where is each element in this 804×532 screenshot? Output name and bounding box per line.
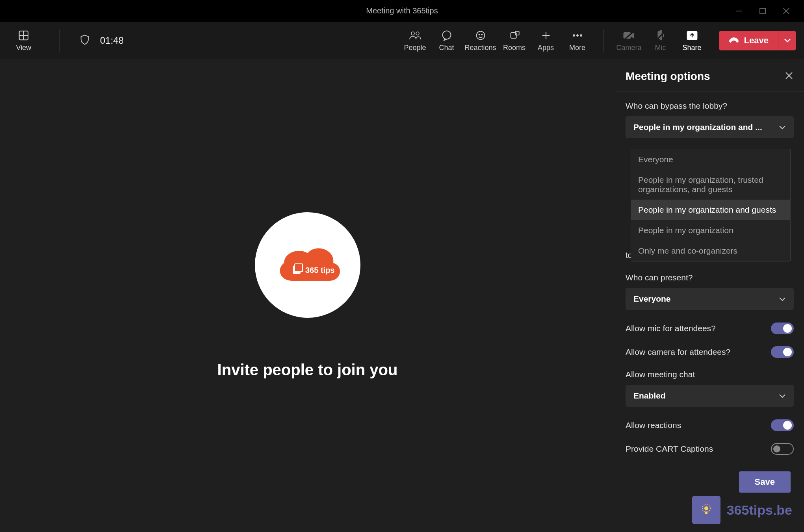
svg-point-19 [580,35,582,37]
panel-title: Meeting options [626,70,710,83]
allow-camera-row: Allow camera for attendees? [626,346,794,358]
chat-label: Chat [439,44,454,52]
share-label: Share [683,44,702,52]
svg-point-12 [481,34,483,35]
svg-point-17 [573,35,575,37]
mic-off-icon [655,29,666,42]
panel-header: Meeting options [615,59,804,92]
allow-reactions-toggle[interactable] [771,419,794,431]
svg-point-8 [416,32,419,35]
allow-camera-label: Allow camera for attendees? [626,347,730,357]
leave-button[interactable]: Leave [719,31,778,50]
lobby-select-value: People in my organization and ... [633,122,762,132]
apps-button[interactable]: Apps [530,26,562,55]
main-area: 365 tips Invite people to join you Meeti… [0,59,804,532]
cloud-icon: 365 tips [272,241,343,289]
lobby-dropdown: Everyone People in my organization, trus… [631,149,791,261]
meeting-toolbar: View 01:48 People Chat Reactions [0,22,804,59]
window-controls [733,0,804,22]
rooms-button[interactable]: Rooms [499,26,530,55]
invite-heading: Invite people to join you [217,361,398,379]
view-label: View [16,44,32,52]
present-select-value: Everyone [633,294,671,304]
cart-toggle[interactable] [771,443,794,455]
svg-point-9 [442,31,451,39]
brand-text: 365tips.be [727,502,792,518]
more-label: More [569,44,585,52]
leave-group: Leave [719,31,796,50]
present-label: Who can present? [626,273,794,282]
lobby-select[interactable]: People in my organization and ... [626,116,794,138]
camera-button[interactable]: Camera [613,26,645,55]
plus-icon [540,29,551,42]
chevron-down-icon [779,294,786,304]
close-panel-button[interactable] [784,71,794,82]
divider [59,29,59,52]
chevron-down-icon [784,38,791,43]
lobby-option-trusted[interactable]: People in my organization, trusted organ… [631,170,790,200]
chevron-down-icon [779,122,786,132]
meeting-avatar: 365 tips [255,212,360,318]
allow-mic-row: Allow mic for attendees? [626,323,794,334]
people-label: People [404,44,426,52]
allow-mic-toggle[interactable] [771,323,794,334]
minimize-button[interactable] [733,5,745,17]
camera-label: Camera [616,44,642,52]
svg-text:365 tips: 365 tips [305,266,334,274]
lightbulb-tile-icon [692,496,720,524]
lobby-option-org-guests[interactable]: People in my organization and guests [631,200,790,220]
svg-rect-1 [760,8,765,14]
lobby-option-everyone[interactable]: Everyone [631,149,790,170]
leave-dropdown[interactable] [778,31,796,50]
maximize-button[interactable] [757,5,769,17]
meeting-timer: 01:48 [100,35,124,46]
svg-point-7 [411,32,414,35]
svg-rect-31 [705,512,707,514]
share-button[interactable]: Share [676,26,708,55]
rooms-label: Rooms [503,44,525,52]
people-button[interactable]: People [399,26,431,55]
cart-row: Provide CART Captions [626,443,794,455]
svg-point-18 [576,35,578,37]
meeting-options-panel: Meeting options Who can bypass the lobby… [615,59,804,532]
save-button[interactable]: Save [739,471,791,493]
view-button[interactable]: View [8,26,39,55]
cart-label: Provide CART Captions [626,444,713,454]
smile-icon [475,29,486,42]
divider [603,29,603,52]
allow-chat-select[interactable]: Enabled [626,385,794,407]
title-bar: Meeting with 365tips [0,0,804,22]
svg-rect-25 [295,264,303,272]
close-button[interactable] [780,5,792,17]
present-select[interactable]: Everyone [626,288,794,310]
mic-button[interactable]: Mic [645,26,676,55]
reactions-button[interactable]: Reactions [462,26,499,55]
close-icon [784,71,794,80]
allow-reactions-row: Allow reactions [626,419,794,431]
rooms-icon [509,29,520,42]
more-icon [572,29,583,42]
allow-chat-value: Enabled [633,391,666,400]
lobby-option-only-me[interactable]: Only me and co-organizers [631,241,790,261]
share-icon [687,29,698,42]
allow-chat-label: Allow meeting chat [626,370,794,379]
mic-label: Mic [655,44,666,52]
meeting-stage: 365 tips Invite people to join you [0,59,615,532]
allow-camera-toggle[interactable] [771,346,794,358]
people-icon [408,29,422,42]
svg-point-11 [479,34,480,35]
brand-badge: 365tips.be [692,496,792,524]
apps-label: Apps [538,44,554,52]
hangup-icon [728,37,739,44]
lobby-option-org[interactable]: People in my organization [631,220,790,241]
allow-mic-label: Allow mic for attendees? [626,324,716,333]
chat-icon [441,29,453,42]
svg-point-30 [704,506,708,510]
window-title: Meeting with 365tips [0,6,804,15]
leave-label: Leave [744,35,769,46]
camera-off-icon [623,29,635,42]
shield-icon[interactable] [79,34,90,47]
more-button[interactable]: More [562,26,593,55]
svg-point-10 [476,32,485,40]
chat-button[interactable]: Chat [431,26,462,55]
